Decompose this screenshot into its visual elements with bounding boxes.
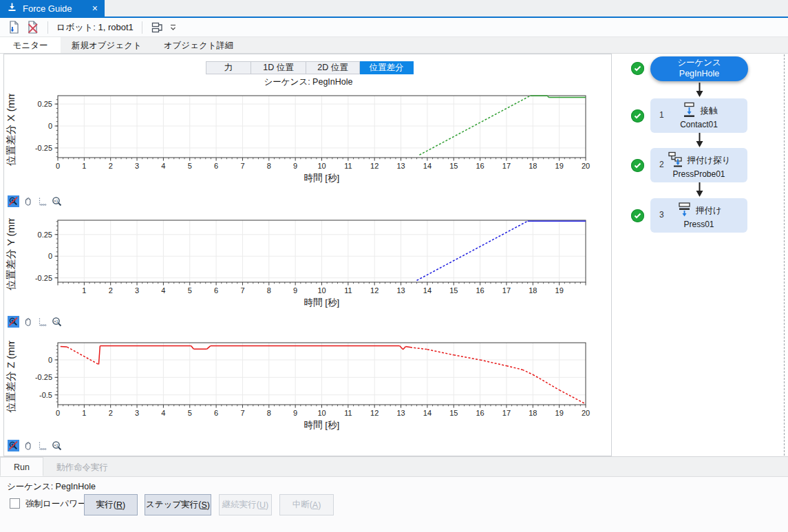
sequence-flow-sidebar: シーケンス PegInHole 1 接触 Contact01: [619, 54, 786, 456]
page-tab-strip: モニター 新規オブジェクト オブジェクト詳細: [0, 37, 788, 54]
dropdown-caret-icon[interactable]: [169, 21, 178, 34]
axis-scale-icon[interactable]: [36, 316, 48, 328]
press-probe-icon: [667, 151, 684, 169]
view-tab-position-diff[interactable]: 位置差分: [360, 61, 414, 74]
svg-text:-0.25: -0.25: [35, 274, 52, 282]
svg-text:1: 1: [82, 286, 86, 295]
svg-text:18: 18: [529, 286, 537, 295]
svg-text:3: 3: [135, 286, 139, 295]
flow-arrow-icon: [696, 133, 703, 148]
execute-button[interactable]: 実行(R): [84, 494, 138, 515]
svg-text:7: 7: [240, 409, 244, 417]
svg-text:15: 15: [449, 286, 458, 295]
svg-text:19: 19: [555, 162, 564, 170]
svg-text:0: 0: [48, 122, 52, 130]
view-tab-1d-position[interactable]: 1D 位置: [251, 61, 306, 74]
monitor-toolbar: ロボット: 1, robot1: [0, 18, 788, 37]
svg-text:-0.25: -0.25: [35, 144, 52, 152]
svg-text:12: 12: [370, 286, 379, 295]
svg-text:-0.5: -0.5: [39, 391, 52, 399]
zoom-off-icon[interactable]: [8, 195, 19, 207]
flow-node-press-probe[interactable]: 2 押付け探り PressProbe01: [650, 148, 747, 182]
flow-step-name: Contact01: [650, 120, 747, 129]
chart-plot-z[interactable]: 012345678910111213141516171819200-0.25-0…: [4, 341, 613, 436]
svg-text:12: 12: [370, 162, 379, 170]
flow-step-label: 接触: [701, 105, 718, 117]
flow-view-icon[interactable]: [151, 21, 164, 34]
check-icon: [631, 209, 644, 222]
chart-plot-x[interactable]: 012345678910111213141516171819200.250-0.…: [4, 94, 613, 189]
svg-text:5: 5: [188, 409, 192, 417]
low-power-checkbox-label: 強制ローパワー: [25, 498, 86, 510]
low-power-checkbox[interactable]: [10, 498, 20, 509]
force-guide-tab-label: Force Guide: [23, 3, 72, 14]
check-icon: [631, 159, 644, 172]
flow-arrow-icon: [696, 83, 703, 98]
tab-run[interactable]: Run: [0, 457, 43, 476]
flow-node-contact[interactable]: 1 接触 Contact01: [650, 98, 747, 133]
flow-root-line1: シーケンス: [677, 58, 721, 69]
y-axis-title: 位置差分 X (mm): [5, 94, 17, 167]
svg-text:2: 2: [109, 286, 113, 295]
press-icon: [676, 202, 693, 220]
stop-monitor-doc-icon[interactable]: [25, 21, 39, 34]
svg-text:1: 1: [82, 162, 86, 170]
flow-node-press[interactable]: 3 押付け Press01: [650, 198, 747, 233]
svg-text:3: 3: [135, 162, 139, 170]
svg-text:0: 0: [56, 409, 60, 417]
zoom-reset-icon[interactable]: ×1: [51, 195, 63, 207]
svg-text:-0.25: -0.25: [35, 373, 52, 381]
abort-button: 中断(A): [279, 494, 334, 515]
svg-text:2: 2: [109, 162, 113, 170]
chart-view-tabs: 力 1D 位置 2D 位置 位置差分: [206, 61, 414, 74]
flow-step-label: 押付け: [696, 205, 722, 217]
tab-motion-command: 動作命令実行: [43, 457, 121, 476]
tab-object-detail[interactable]: オブジェクト詳細: [153, 37, 245, 53]
axis-scale-icon[interactable]: [36, 440, 48, 451]
tab-monitor[interactable]: モニター: [0, 37, 61, 53]
svg-text:4: 4: [161, 409, 165, 417]
flow-arrow-icon: [696, 182, 703, 198]
pan-hand-icon[interactable]: [22, 440, 34, 451]
svg-text:3: 3: [135, 409, 139, 417]
view-tab-2d-position[interactable]: 2D 位置: [306, 61, 360, 74]
svg-text:11: 11: [344, 409, 352, 417]
svg-text:×1: ×1: [54, 319, 58, 323]
flow-node-sequence[interactable]: シーケンス PegInHole: [650, 56, 748, 81]
toolbar-separator: [142, 21, 142, 34]
svg-text:0: 0: [48, 252, 52, 260]
svg-text:16: 16: [476, 162, 484, 170]
run-panel-tab-strip: Run 動作命令実行: [0, 457, 788, 477]
svg-text:11: 11: [344, 286, 352, 295]
pan-hand-icon[interactable]: [22, 195, 34, 207]
svg-text:10: 10: [317, 409, 326, 417]
svg-text:6: 6: [214, 409, 218, 417]
close-icon[interactable]: ×: [92, 3, 98, 13]
sequence-title: シーケンス: PegInHole: [4, 76, 613, 88]
pan-hand-icon[interactable]: [22, 316, 34, 328]
tab-new-object[interactable]: 新規オブジェクト: [61, 37, 153, 53]
svg-text:15: 15: [449, 162, 458, 170]
svg-text:14: 14: [423, 286, 432, 295]
gridlines: [58, 220, 586, 282]
flow-step-name: Press01: [650, 220, 747, 229]
continue-execute-button: 継続実行(U): [219, 494, 272, 515]
panel-splitter[interactable]: [784, 54, 785, 456]
step-execute-button[interactable]: ステップ実行(S): [145, 494, 211, 515]
svg-text:17: 17: [502, 286, 511, 295]
svg-text:0.25: 0.25: [38, 231, 52, 239]
chart-plot-y[interactable]: 123456789101112131415161718190.250-0.25位…: [4, 218, 613, 313]
zoom-reset-icon[interactable]: ×1: [51, 316, 63, 328]
svg-text:19: 19: [555, 409, 564, 417]
run-panel: Run 動作命令実行 シーケンス: PegInHole 強制ローパワー 実行(R…: [0, 456, 788, 532]
start-monitor-doc-icon[interactable]: [7, 21, 21, 34]
force-guide-tab[interactable]: Force Guide ×: [0, 0, 105, 17]
zoom-off-icon[interactable]: [8, 440, 19, 451]
axis-scale-icon[interactable]: [36, 195, 48, 207]
zoom-reset-icon[interactable]: ×1: [51, 440, 63, 451]
view-tab-force[interactable]: 力: [206, 61, 251, 74]
zoom-off-icon[interactable]: [8, 316, 19, 328]
x-axis-title: 時間 [秒]: [304, 173, 340, 183]
svg-text:17: 17: [502, 162, 511, 170]
x-axis-title: 時間 [秒]: [304, 297, 340, 308]
